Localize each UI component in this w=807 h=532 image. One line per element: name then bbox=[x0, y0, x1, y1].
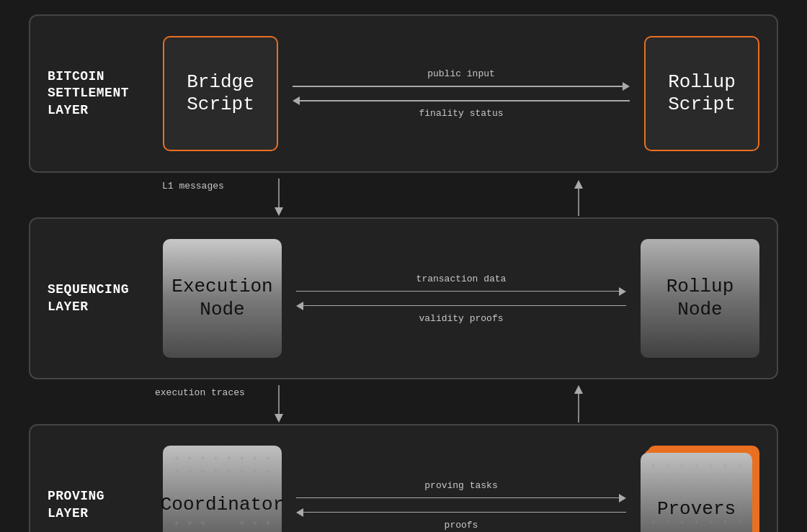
svg-text:execution traces: execution traces bbox=[155, 387, 245, 398]
svg-marker-7 bbox=[275, 414, 283, 423]
finality-status-shaft bbox=[300, 100, 630, 102]
settlement-layer-label: BITCOIN SETTLEMENT LAYER bbox=[48, 68, 163, 119]
finality-status-arrowhead bbox=[293, 96, 300, 105]
public-input-label: public input bbox=[427, 68, 495, 79]
prover-card-front: +++++++ +++++++ ++++ ++++ +++++++ ++++++… bbox=[641, 453, 752, 532]
rollup-script-node: Rollup Script bbox=[644, 36, 759, 151]
proofs-shaft bbox=[303, 512, 626, 513]
validity-proofs-arrow-line bbox=[296, 302, 626, 310]
proofs-arrow-line bbox=[296, 508, 626, 517]
proving-layer: PROVING LAYER ++++++++ ++++++++ ++++++ +… bbox=[29, 424, 778, 532]
validity-proofs-arrowhead bbox=[296, 302, 303, 310]
transaction-data-label: transaction data bbox=[416, 274, 507, 284]
settlement-arrows-area: public input finality status bbox=[278, 68, 644, 119]
proving-layer-content: ++++++++ ++++++++ ++++++ ++++ ++++ +++++… bbox=[163, 446, 759, 532]
svg-text:L1 messages: L1 messages bbox=[162, 181, 224, 191]
sequencing-layer: SEQUENCING LAYER Execution Node transact… bbox=[29, 217, 778, 379]
bridge-script-node: Bridge Script bbox=[163, 36, 278, 151]
proofs-arrow-row: proofs bbox=[296, 508, 626, 531]
settlement-layer-content: Bridge Script public input bbox=[163, 36, 759, 151]
execution-node: Execution Node bbox=[163, 239, 282, 358]
provers-stack: +++++++ +++++++ ++++ ++++ +++++++ ++++++… bbox=[641, 446, 759, 532]
public-input-arrowhead bbox=[623, 82, 630, 91]
bridge-script-label: Bridge Script bbox=[187, 71, 254, 116]
coordinator-node: ++++++++ ++++++++ ++++++ ++++ ++++ +++++… bbox=[163, 446, 282, 532]
svg-marker-8 bbox=[574, 385, 583, 394]
svg-marker-3 bbox=[574, 180, 583, 189]
coordinator-label: Coordinator bbox=[161, 494, 285, 516]
proving-tasks-arrow-row: proving tasks bbox=[296, 480, 626, 502]
sequencing-layer-label: SEQUENCING LAYER bbox=[48, 281, 163, 315]
svg-marker-2 bbox=[275, 207, 283, 216]
public-input-arrow-line bbox=[293, 82, 630, 91]
proving-layer-label: PROVING LAYER bbox=[48, 488, 163, 522]
sequencing-layer-content: Execution Node transaction data val bbox=[163, 239, 759, 358]
validity-proofs-shaft bbox=[303, 305, 626, 307]
coordinator-dots: ++++++++ ++++++++ ++++++ ++++ ++++ +++++… bbox=[163, 446, 282, 532]
finality-status-arrow-line bbox=[293, 96, 630, 105]
public-input-arrow-row: public input bbox=[293, 68, 630, 91]
settlement-layer: BITCOIN SETTLEMENT LAYER Bridge Script p… bbox=[29, 14, 778, 173]
finality-status-label: finality status bbox=[419, 108, 503, 119]
proofs-label: proofs bbox=[445, 520, 478, 531]
inter-layer-2-svg: execution traces bbox=[29, 384, 778, 424]
proving-tasks-label: proving tasks bbox=[424, 480, 497, 491]
public-input-shaft bbox=[293, 86, 623, 87]
validity-proofs-arrow-row: validity proofs bbox=[296, 302, 626, 324]
rollup-script-label: Rollup Script bbox=[668, 71, 736, 116]
inter-layer-2: execution traces bbox=[29, 384, 778, 424]
transaction-data-shaft bbox=[296, 291, 619, 292]
provers-label: Provers bbox=[657, 498, 736, 520]
transaction-data-arrow-line bbox=[296, 287, 626, 296]
rollup-node: Rollup Node bbox=[641, 239, 759, 358]
transaction-data-arrowhead bbox=[619, 287, 626, 296]
finality-status-arrow-row: finality status bbox=[293, 96, 630, 119]
proofs-arrowhead bbox=[296, 508, 303, 517]
proving-tasks-arrow-line bbox=[296, 494, 626, 502]
execution-node-label: Execution Node bbox=[171, 276, 272, 320]
rollup-node-label: Rollup Node bbox=[666, 276, 734, 320]
transaction-data-arrow-row: transaction data bbox=[296, 274, 626, 296]
proving-tasks-arrowhead bbox=[619, 494, 626, 502]
prover-dots: +++++++ +++++++ ++++ ++++ +++++++ ++++++… bbox=[641, 453, 752, 532]
validity-proofs-label: validity proofs bbox=[419, 313, 503, 324]
proving-tasks-shaft bbox=[296, 497, 619, 499]
inter-layer-1: L1 messages bbox=[29, 177, 778, 217]
diagram-wrapper: BITCOIN SETTLEMENT LAYER Bridge Script p… bbox=[14, 0, 793, 532]
inter-layer-1-svg: L1 messages bbox=[29, 177, 778, 217]
proving-arrows-area: proving tasks proofs bbox=[282, 480, 641, 531]
sequencing-arrows-area: transaction data validity proofs bbox=[282, 274, 641, 324]
